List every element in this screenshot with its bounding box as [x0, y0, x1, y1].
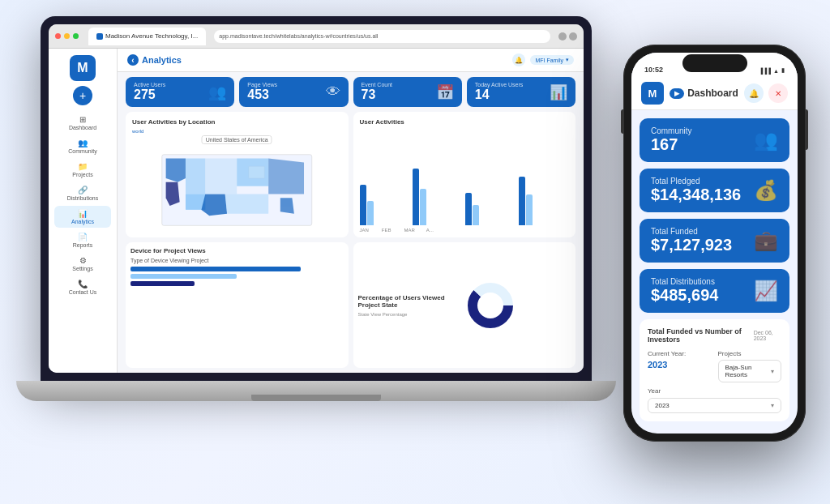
stat-event-count-label: Event Count	[362, 82, 393, 88]
phone-notification-button[interactable]: 🔔	[744, 83, 764, 103]
sidebar-analytics-label: Analytics	[71, 219, 94, 224]
sidebar-item-distributions[interactable]: 🔗 Distributions	[54, 182, 111, 204]
stat-active-users-icon: 👥	[208, 83, 226, 101]
browser-settings-icon[interactable]	[558, 32, 567, 41]
phone-distributions-card: Total Distributions $485,694 📈	[640, 269, 789, 313]
stat-event-count-info: Event Count 73	[362, 82, 393, 102]
bar-chart-title: User Activities	[360, 118, 570, 126]
browser-close-dot[interactable]	[55, 33, 61, 39]
phone-projects-select[interactable]: Baja-Sun Resorts ▾	[718, 360, 782, 382]
sidebar-item-dashboard[interactable]: ⊞ Dashboard	[54, 112, 111, 134]
stat-page-views: Page Views 453 👁	[239, 77, 348, 107]
stat-page-views-value: 453	[247, 88, 277, 102]
device-bar-row-1	[130, 267, 344, 271]
address-bar[interactable]: app.madisontave.tech/whitelabs/analytics…	[214, 30, 550, 43]
settings-icon: ⚙	[79, 256, 87, 265]
phone-outer: 10:52 ▐▐▐ ▲ ▮ M ▶ Dashboard 🔔 ✕	[623, 45, 806, 442]
sidebar-item-reports[interactable]: 📄 Reports	[54, 229, 111, 251]
logo-letter: M	[77, 61, 88, 75]
stat-active-users-value: 275	[134, 88, 165, 102]
main-content: Analytics 🔔 MFI Family ▾	[118, 49, 584, 373]
company-selector[interactable]: MFI Family ▾	[530, 55, 574, 65]
device-subtitle: Type of Device Viewing Project	[130, 258, 344, 263]
page-title: Analytics	[127, 54, 182, 66]
sidebar-reports-label: Reports	[73, 242, 93, 248]
laptop: Madison Avenue Technology, I... app.madi…	[41, 16, 592, 486]
bar-light-4	[526, 194, 533, 225]
header-right: 🔔 MFI Family ▾	[512, 53, 574, 66]
phone-status-right: ▐▐▐ ▲ ▮	[759, 67, 785, 74]
phone-section-title: Total Funded vs Number of Investors	[648, 327, 754, 344]
phone-funded-info: Total Funded $7,127,923	[651, 227, 732, 254]
contact-icon: 📞	[78, 280, 88, 288]
sidebar-add-button[interactable]: +	[73, 86, 92, 105]
device-bar-2	[130, 274, 237, 279]
bar-chart-card: User Activities	[353, 112, 576, 237]
sidebar-dashboard-label: Dashboard	[69, 125, 96, 130]
phone: 10:52 ▐▐▐ ▲ ▮ M ▶ Dashboard 🔔 ✕	[623, 45, 806, 442]
stat-today-active: Today Active Users 14 📊	[467, 77, 575, 107]
projects-icon: 📁	[78, 162, 88, 171]
phone-projects-value: Baja-Sun Resorts	[725, 364, 772, 378]
map-chart-card: User Activities by Location world United…	[126, 112, 349, 237]
bar-chart	[360, 129, 570, 225]
phone-header: M ▶ Dashboard 🔔 ✕	[631, 77, 798, 110]
phone-form-row: Current Year: 2023 Projects Baja-Sun Res…	[648, 350, 781, 382]
phone-current-year-label: Current Year:	[648, 350, 712, 357]
page-header: Analytics 🔔 MFI Family ▾	[118, 49, 584, 72]
bar-group-2	[413, 169, 463, 225]
browser-user-icon[interactable]	[569, 32, 577, 41]
map-region-label: world	[132, 129, 342, 134]
horizontal-bars	[130, 267, 344, 286]
bar-group-4	[519, 177, 569, 225]
reports-icon: 📄	[78, 233, 88, 241]
sidebar-item-settings[interactable]: ⚙ Settings	[54, 253, 111, 275]
browser-toolbar	[558, 32, 577, 41]
phone-funded-card: Total Funded $7,127,923 💼	[640, 219, 789, 263]
sidebar-distributions-label: Distributions	[67, 195, 99, 201]
map-dropdown[interactable]: United States of America	[202, 135, 272, 144]
stat-event-count: Event Count 73 📅	[353, 77, 462, 107]
legend-jan: JAN	[360, 228, 369, 233]
phone-bottom-section: Total Funded vs Number of Investors Dec …	[640, 319, 789, 421]
bar-light-1	[367, 201, 374, 225]
phone-distributions-info: Total Distributions $485,694	[651, 277, 718, 305]
device-bar-row-2	[130, 274, 344, 279]
phone-community-icon: 👥	[754, 129, 778, 152]
sidebar-projects-label: Projects	[72, 172, 92, 177]
phone-current-year-value: 2023	[648, 360, 712, 369]
us-map-svg	[132, 147, 342, 233]
device-bar-3	[130, 281, 195, 286]
browser-minimize-dot[interactable]	[64, 33, 70, 39]
percentage-chart-title: Percentage of Users Viewed Project State	[358, 294, 463, 309]
phone-pledged-value: $14,348,136	[651, 186, 741, 204]
phone-distributions-label: Total Distributions	[651, 277, 718, 286]
percentage-chart-info: Percentage of Users Viewed Project State…	[358, 294, 463, 317]
browser-maximize-dot[interactable]	[73, 33, 79, 39]
phone-volume-button	[621, 109, 623, 134]
notification-icon[interactable]: 🔔	[512, 53, 525, 66]
phone-year-value: 2023	[655, 402, 670, 409]
phone-year-label: Year	[648, 387, 781, 395]
phone-year-select[interactable]: 2023 ▾	[648, 398, 781, 413]
chevron-down-icon: ▾	[771, 368, 774, 375]
phone-section-date: Dec 06, 2023	[754, 330, 781, 341]
community-icon: 👥	[78, 139, 88, 147]
sidebar-item-contact[interactable]: 📞 Contact Us	[54, 276, 111, 298]
browser-tab[interactable]: Madison Avenue Technology, I...	[88, 28, 206, 45]
bar-dark-4	[519, 177, 525, 225]
sidebar-item-community[interactable]: 👥 Community	[54, 135, 111, 157]
sidebar-item-projects[interactable]: 📁 Projects	[54, 159, 111, 181]
analytics-icon: 📊	[78, 209, 88, 218]
bar-dark-1	[360, 185, 366, 225]
phone-pledged-card: Total Pledged $14,348,136 💰	[640, 169, 789, 212]
phone-projects-label: Projects	[718, 350, 782, 357]
sidebar-item-analytics[interactable]: 📊 Analytics	[54, 206, 111, 228]
phone-community-card: Community 167 👥	[640, 118, 789, 162]
bar-group-3	[465, 193, 516, 225]
laptop-screen-inner: Madison Avenue Technology, I... app.madi…	[49, 24, 584, 373]
phone-pledged-label: Total Pledged	[651, 177, 741, 186]
stat-page-views-info: Page Views 453	[247, 82, 277, 102]
sidebar-logo: M	[70, 55, 96, 81]
phone-close-button[interactable]: ✕	[768, 83, 788, 103]
